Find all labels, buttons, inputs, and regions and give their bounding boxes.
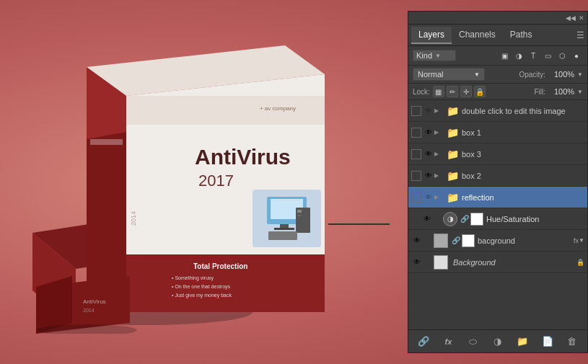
lock-label: Lock:: [413, 88, 430, 96]
visibility-checkbox[interactable]: [411, 128, 421, 138]
new-layer-icon[interactable]: 📄: [539, 333, 556, 350]
panel-topbar: ◀◀ ✕: [408, 12, 587, 25]
layers-list: 👁 ▶ 📁 double click to edit this image 👁 …: [408, 100, 587, 329]
folder-arrow[interactable]: ▶: [434, 194, 443, 200]
layer-folder-thumb: 📁: [445, 147, 460, 161]
lock-pixels-icon[interactable]: ▦: [433, 86, 444, 97]
layer-mask: [462, 234, 475, 247]
link-layers-icon[interactable]: 🔗: [415, 333, 432, 350]
visibility-checkbox[interactable]: [411, 171, 421, 181]
adjustment-thumb: ◑: [443, 212, 457, 226]
fx-arrow[interactable]: ▼: [579, 237, 584, 244]
filter-icon[interactable]: ●: [570, 49, 583, 62]
chain-icon: 🔗: [452, 236, 460, 244]
panel-menu-icon[interactable]: ☰: [576, 30, 584, 40]
blend-mode-dropdown[interactable]: Normal ▼: [413, 68, 485, 81]
layer-folder-thumb: 📁: [445, 169, 460, 183]
add-style-icon[interactable]: fx: [439, 333, 457, 350]
bullet1-text: • Something virusy: [172, 275, 214, 281]
smart-filter-icon[interactable]: ⬡: [556, 49, 569, 62]
opacity-value: 100%: [548, 70, 574, 79]
tab-channels[interactable]: Channels: [452, 27, 503, 44]
tab-layers[interactable]: Layers: [411, 27, 452, 44]
layer-name: double click to edit this image: [462, 107, 584, 115]
eye-icon[interactable]: 👁: [411, 257, 423, 268]
box-illustration: 2014 + av company AntiVirus 2017 Total P…: [14, 31, 390, 334]
small-box-text: AntiVirus: [83, 298, 106, 305]
small-box-year-text: 2014: [83, 308, 95, 313]
spine-year-text: 2014: [130, 210, 137, 225]
layer-item[interactable]: 👁 ▶ 📁 reflection: [408, 187, 587, 208]
close-icon[interactable]: ✕: [579, 14, 584, 22]
tagline-text: Total Protection: [193, 262, 247, 270]
layer-item[interactable]: 👁 ▶ 📁 box 2: [408, 165, 587, 187]
type-filter-icon[interactable]: T: [527, 49, 540, 62]
eye-icon[interactable]: 👁: [421, 213, 433, 225]
layer-item[interactable]: 👁 🔗 bacground fx ▼: [408, 230, 587, 252]
layer-item[interactable]: 👁 ◑ 🔗 Hue/Saturation: [408, 208, 587, 230]
folder-arrow[interactable]: ▶: [434, 151, 443, 157]
eye-icon[interactable]: 👁: [423, 127, 434, 138]
shape-filter-icon[interactable]: ▭: [541, 49, 554, 62]
bullet3-text: • Just give my money back: [172, 293, 232, 298]
kind-label: Kind: [416, 51, 432, 60]
pixel-filter-icon[interactable]: ▣: [498, 49, 511, 62]
adjustment-icon: ◑: [447, 215, 454, 223]
delete-layer-icon[interactable]: 🗑: [563, 333, 581, 350]
layer-item[interactable]: 👁 ▶ 📁 box 1: [408, 122, 587, 143]
layer-mask: [470, 213, 483, 226]
kind-dropdown[interactable]: Kind ▼: [413, 50, 456, 61]
layer-item[interactable]: 👁 ▶ 📁 double click to edit this image: [408, 100, 587, 122]
blend-mode-arrow: ▼: [474, 71, 480, 78]
layer-item[interactable]: 👁 Background 🔒: [408, 252, 587, 273]
layers-panel: ◀◀ ✕ Layers Channels Paths ☰ Kind ▼ ▣ ◑ …: [408, 11, 588, 353]
add-mask-icon[interactable]: ⬭: [465, 333, 482, 350]
layer-name: box 2: [462, 172, 584, 180]
layer-folder-thumb: 📁: [445, 104, 460, 118]
folder-arrow[interactable]: ▶: [434, 107, 443, 114]
tab-paths[interactable]: Paths: [503, 27, 540, 44]
canvas-area: 2014 + av company AntiVirus 2017 Total P…: [0, 0, 404, 364]
visibility-checkbox[interactable]: [411, 192, 421, 203]
visibility-checkbox[interactable]: [411, 149, 421, 159]
new-adjustment-icon[interactable]: ◑: [489, 333, 506, 350]
svg-rect-16: [297, 210, 302, 213]
lock-move-icon[interactable]: ✛: [460, 86, 472, 97]
panel-bottombar: 🔗 fx ⬭ ◑ 📁 📄 🗑: [408, 329, 587, 352]
opacity-dropdown-arrow[interactable]: ▼: [577, 71, 583, 78]
layer-folder-thumb: 📁: [445, 125, 460, 140]
lock-icon: 🔒: [576, 259, 584, 266]
eye-icon[interactable]: 👁: [423, 105, 434, 117]
layer-item[interactable]: 👁 ▶ 📁 box 3: [408, 143, 587, 165]
fill-arrow[interactable]: ▼: [577, 89, 583, 95]
collapse-icon[interactable]: ◀◀: [566, 14, 576, 22]
product-title-text: AntiVirus: [195, 145, 291, 169]
layer-folder-thumb: 📁: [445, 190, 460, 205]
lock-paint-icon[interactable]: ✏: [447, 86, 458, 97]
bullet2-text: • On the one that destroys: [172, 284, 231, 290]
folder-icon: 📁: [447, 127, 459, 138]
kind-row: Kind ▼ ▣ ◑ T ▭ ⬡ ●: [408, 46, 587, 66]
svg-rect-14: [274, 228, 294, 230]
eye-icon[interactable]: 👁: [423, 192, 434, 203]
eye-icon[interactable]: 👁: [411, 235, 423, 247]
fx-label: fx: [574, 237, 579, 244]
folder-arrow[interactable]: ▶: [434, 129, 443, 136]
folder-arrow[interactable]: ▶: [434, 172, 443, 179]
folder-icon: 📁: [447, 192, 459, 203]
lock-row: Lock: ▦ ✏ ✛ 🔒 Fill: 100% ▼: [408, 84, 587, 100]
layer-pixel-thumb: [434, 234, 448, 248]
folder-icon: 📁: [447, 148, 459, 160]
visibility-checkbox[interactable]: [411, 106, 421, 116]
adjustment-filter-icon[interactable]: ◑: [512, 49, 525, 62]
eye-icon[interactable]: 👁: [423, 148, 434, 160]
folder-icon: 📁: [447, 105, 459, 117]
svg-rect-9: [90, 139, 123, 145]
chain-icon: 🔗: [460, 215, 469, 223]
lock-all-icon[interactable]: 🔒: [474, 86, 486, 97]
svg-rect-17: [297, 215, 302, 216]
product-year-text: 2017: [198, 172, 234, 190]
new-group-icon[interactable]: 📁: [514, 333, 531, 350]
eye-icon[interactable]: 👁: [423, 170, 434, 182]
layer-name: Hue/Saturation: [486, 215, 584, 223]
